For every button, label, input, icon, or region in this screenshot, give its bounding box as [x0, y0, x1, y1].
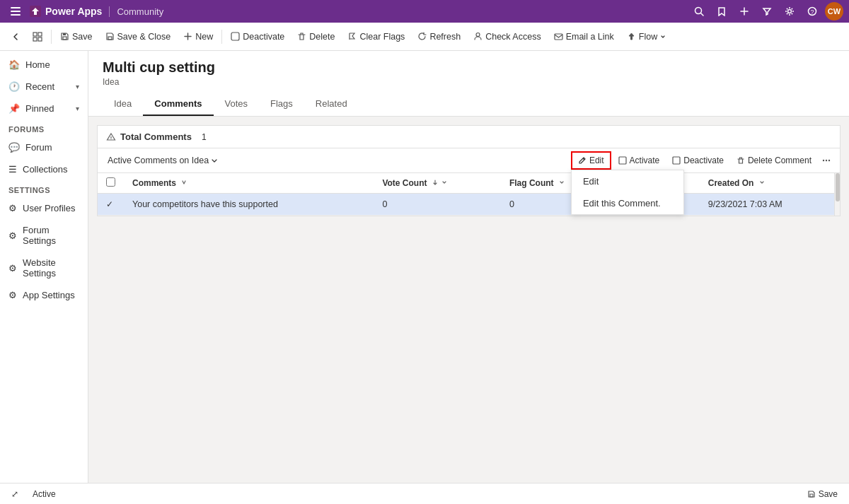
dropdown-item-edit-comment[interactable]: Edit this Comment. — [572, 192, 683, 214]
edit-button[interactable]: Edit — [571, 151, 611, 170]
sidebar-item-forum[interactable]: 💬 Forum — [0, 136, 88, 158]
sidebar-item-website-settings[interactable]: ⚙ Website Settings — [0, 252, 88, 284]
top-navigation: Power Apps Community — [0, 0, 849, 23]
section-count: 1 — [202, 132, 207, 142]
hamburger-menu-button[interactable] — [6, 1, 25, 21]
table-container: Comments Vote Count — [98, 173, 840, 216]
nav-community: Community — [109, 6, 163, 17]
delete-comment-button[interactable]: Delete Comment — [731, 151, 817, 170]
view-selector[interactable]: Active Comments on Idea — [103, 154, 222, 167]
comment-cell: Your competitors have this supported — [124, 194, 374, 216]
svg-rect-0 — [11, 7, 21, 8]
deactivate-button[interactable]: Deactivate — [225, 25, 290, 48]
svg-rect-14 — [38, 37, 42, 41]
sidebar-item-user-profiles[interactable]: ⚙ User Profiles — [0, 197, 88, 219]
dropdown-item-edit[interactable]: Edit — [572, 170, 683, 192]
activate-button[interactable]: Activate — [613, 151, 666, 170]
sub-toolbar-left: Active Comments on Idea — [103, 154, 570, 167]
status-right: Save — [804, 488, 841, 500]
vertical-scrollbar[interactable] — [834, 173, 840, 216]
delete-button[interactable]: Delete — [291, 25, 340, 48]
sidebar-item-pinned[interactable]: 📌 Pinned ▾ — [0, 98, 88, 119]
sidebar-item-label: Recent — [25, 81, 54, 92]
settings-button[interactable] — [780, 1, 799, 21]
edit-label: Edit — [589, 156, 604, 165]
layout-button[interactable] — [27, 25, 48, 48]
delete-comment-icon — [737, 156, 745, 165]
flow-button[interactable]: Flow — [621, 25, 671, 48]
deactivate-comment-button[interactable]: Deactivate — [666, 151, 729, 170]
view-label-text: Active Comments on Idea — [108, 156, 209, 165]
col-header-vote-count[interactable]: Vote Count — [374, 173, 501, 194]
separator-1 — [51, 30, 52, 44]
collections-icon: ☰ — [8, 164, 17, 175]
activate-label: Activate — [630, 156, 660, 165]
vote-count-cell: 0 — [374, 194, 501, 216]
svg-line-5 — [701, 13, 704, 16]
search-button[interactable] — [689, 1, 709, 21]
forum-icon: 💬 — [8, 142, 20, 153]
more-icon — [821, 156, 831, 165]
clear-flags-button[interactable]: Clear Flags — [342, 25, 410, 48]
command-bar: Save Save & Close New Deactivate Delete … — [0, 23, 849, 51]
add-button[interactable] — [734, 1, 754, 21]
tab-votes[interactable]: Votes — [214, 93, 260, 116]
settings-section-label: Settings — [0, 180, 88, 197]
app-settings-icon: ⚙ — [8, 290, 17, 300]
svg-rect-12 — [38, 33, 42, 36]
back-button[interactable] — [6, 25, 25, 48]
refresh-button[interactable]: Refresh — [412, 25, 466, 48]
svg-point-24 — [111, 139, 112, 139]
sort-icon — [558, 179, 565, 186]
sidebar-item-collections[interactable]: ☰ Collections — [0, 158, 88, 180]
sidebar-item-forum-settings[interactable]: ⚙ Forum Settings — [0, 219, 88, 252]
help-button[interactable]: ? — [802, 1, 822, 21]
svg-point-8 — [788, 10, 792, 13]
new-button[interactable]: New — [178, 25, 219, 48]
svg-rect-22 — [555, 34, 562, 40]
sidebar-item-recent[interactable]: 🕐 Recent ▾ — [0, 76, 88, 98]
tab-idea[interactable]: Idea — [103, 93, 143, 116]
svg-point-28 — [826, 160, 827, 161]
bookmark-button[interactable] — [712, 1, 732, 21]
chevron-down-icon: ▾ — [76, 83, 79, 90]
status-save-button[interactable]: Save — [804, 488, 841, 500]
col-header-created-on[interactable]: Created On — [700, 173, 840, 194]
expand-button[interactable]: ⤢ — [8, 488, 21, 500]
svg-point-27 — [823, 160, 824, 161]
sidebar: 🏠 Home 🕐 Recent ▾ 📌 Pinned ▾ Forums 💬 Fo… — [0, 51, 88, 483]
sidebar-item-label: App Settings — [23, 290, 75, 300]
check-access-button[interactable]: Check Access — [468, 25, 547, 48]
email-link-button[interactable]: Email a Link — [548, 25, 620, 48]
save-close-button[interactable]: Save & Close — [100, 25, 177, 48]
svg-rect-17 — [108, 37, 112, 40]
more-options-button[interactable] — [819, 153, 834, 168]
col-header-comments[interactable]: Comments — [124, 173, 374, 194]
sidebar-item-label: Home — [25, 59, 50, 70]
section-header: Total Comments 1 — [98, 126, 840, 148]
created-on-cell: 9/23/2021 7:03 AM — [700, 194, 840, 216]
app-name: Power Apps — [45, 6, 102, 17]
activate-icon — [618, 156, 627, 165]
edit-icon — [578, 156, 587, 165]
avatar[interactable]: CW — [825, 2, 843, 20]
filter-button[interactable] — [757, 1, 777, 21]
select-all-checkbox[interactable] — [106, 177, 115, 187]
nav-icons: ? CW — [689, 1, 843, 21]
svg-rect-2 — [11, 14, 21, 16]
tab-comments[interactable]: Comments — [143, 93, 213, 116]
status-bar: ⤢ Active Save — [0, 483, 849, 504]
tab-flags[interactable]: Flags — [259, 93, 304, 116]
col-header-check — [98, 173, 124, 194]
website-settings-icon: ⚙ — [8, 263, 17, 274]
table-row[interactable]: ✓ Your competitors have this supported 0… — [98, 194, 840, 216]
status-badge: Active — [33, 489, 56, 499]
tab-related[interactable]: Related — [304, 93, 359, 116]
sidebar-item-home[interactable]: 🏠 Home — [0, 54, 88, 76]
record-tabs: Idea Comments Votes Flags Related — [103, 93, 835, 116]
pinned-icon: 📌 — [8, 103, 20, 114]
sidebar-item-app-settings[interactable]: ⚙ App Settings — [0, 284, 88, 306]
save-button[interactable]: Save — [54, 25, 98, 48]
save-icon — [807, 490, 816, 498]
svg-text:?: ? — [810, 8, 814, 16]
